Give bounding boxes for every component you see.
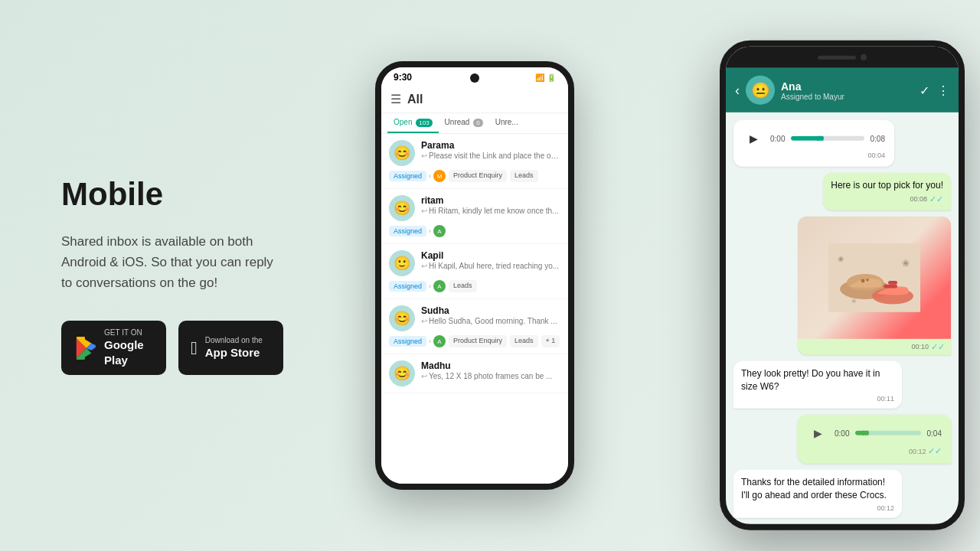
tag-product-enquiry: Product Enquiry xyxy=(449,170,507,182)
check-icon[interactable]: ✓ xyxy=(920,83,929,97)
audio-waveform[interactable] xyxy=(855,431,920,435)
app-store-text: Download on the App Store xyxy=(205,336,263,360)
conv-tags: Assigned › A Leads xyxy=(389,280,560,292)
tab-unread-badge: 0 xyxy=(473,119,482,127)
left-panel: Mobile Shared inbox is available on both… xyxy=(0,130,329,422)
app-store-small: Download on the xyxy=(205,336,263,345)
tab-unread[interactable]: Unread 0 xyxy=(439,113,489,133)
play-button[interactable]: ▶ xyxy=(807,422,828,444)
conv-content: Sudha ↩Hello Sudha, Good morning. Thank … xyxy=(421,305,560,325)
phone-camera xyxy=(861,54,867,60)
tag-product-enquiry: Product Enquiry xyxy=(449,335,507,347)
audio-message-sent: ▶ 0:00 0:04 00:12 ✓✓ xyxy=(798,415,951,464)
conv-content: Madhu ↩Yes, 12 X 18 photo frames can be … xyxy=(421,360,560,380)
svg-text:❀: ❀ xyxy=(838,255,844,263)
assign-indicator: Assigned › M xyxy=(389,170,446,182)
message-meta: 00:11 xyxy=(741,395,894,403)
svg-text:❀: ❀ xyxy=(851,297,857,305)
conv-content: ritam ↩Hi Ritam, kindly let me know once… xyxy=(421,195,560,215)
avatar: 😊 xyxy=(389,360,415,386)
product-image: ❀ ❀ ❀ xyxy=(828,240,920,316)
audio-waveform[interactable] xyxy=(791,136,864,141)
detail-header: ‹ 😐 Ana Assigned to Mayur ✓ ⋮ xyxy=(726,68,959,112)
list-item[interactable]: 🙂 Kapil ↩Hi Kapil, Abul here, tried reac… xyxy=(381,244,568,299)
phones-container: 9:30 📶 🔋 ☰ All Open 103 Unread 0 Unre... xyxy=(329,0,980,551)
tag-leads: Leads xyxy=(510,335,538,347)
audio-duration: 00:12 ✓✓ xyxy=(807,446,942,456)
conv-preview: ↩Please visit the Link and place the ord… xyxy=(421,152,560,160)
conv-preview: ↩Hi Ritam, kindly let me know once th... xyxy=(421,207,560,215)
contact-name: Ana xyxy=(781,80,913,92)
google-play-text: GET IT ON Google Play xyxy=(104,328,154,367)
tag-assigned: Assigned xyxy=(389,171,426,181)
contact-info: Ana Assigned to Mayur xyxy=(781,80,913,100)
svg-text:❀: ❀ xyxy=(902,258,910,269)
message-meta: 00:08 ✓✓ xyxy=(831,194,943,204)
text-message-received: Thanks for the detailed information! I'l… xyxy=(733,470,902,518)
avatar: 😊 xyxy=(389,195,415,221)
audio-controls: ▶ 0:00 0:08 xyxy=(743,128,885,149)
conv-content: Parama ↩Please visit the Link and place … xyxy=(421,140,560,160)
conv-preview: ↩Hi Kapil, Abul here, tried reaching yo.… xyxy=(421,262,560,270)
app-store-big: App Store xyxy=(205,345,263,360)
tab-open-label: Open xyxy=(394,118,412,126)
tab-open[interactable]: Open 103 xyxy=(387,113,439,133)
assign-indicator: Assigned › A xyxy=(389,335,446,347)
google-play-big: Google Play xyxy=(104,337,154,367)
hamburger-icon[interactable]: ☰ xyxy=(390,92,401,106)
avatar: 🙂 xyxy=(389,250,415,276)
audio-message-received: ▶ 0:00 0:08 00:04 xyxy=(733,120,894,167)
description-text: Shared inbox is available on both Androi… xyxy=(61,231,283,294)
google-play-icon xyxy=(74,337,96,360)
conv-content: Kapil ↩Hi Kapil, Abul here, tried reachi… xyxy=(421,250,560,270)
conv-preview: ↩Hello Sudha, Good morning. Thank ... xyxy=(421,317,560,325)
audio-time-start: 0:00 xyxy=(770,134,785,142)
phone-notch xyxy=(470,73,479,83)
audio-thumb xyxy=(816,136,824,141)
image-meta: 00:10 ✓✓ xyxy=(798,339,951,355)
conv-tags: Assigned › A xyxy=(389,225,560,237)
conv-tags: Assigned › M Product Enquiry Leads xyxy=(389,170,560,182)
phone-chat-list: 9:30 📶 🔋 ☰ All Open 103 Unread 0 Unre... xyxy=(375,61,574,490)
tab-other[interactable]: Unre... xyxy=(489,113,524,133)
contact-avatar: 😐 xyxy=(746,76,775,105)
tag-leads: Leads xyxy=(449,280,477,292)
svg-rect-7 xyxy=(888,281,897,285)
detail-actions: ✓ ⋮ xyxy=(920,83,949,97)
assign-indicator: Assigned › A xyxy=(389,225,446,237)
tab-unread-label: Unread xyxy=(445,118,470,126)
list-item[interactable]: 😊 Parama ↩Please visit the Link and plac… xyxy=(381,134,568,189)
play-button[interactable]: ▶ xyxy=(743,128,764,149)
list-item[interactable]: 😊 Madhu ↩Yes, 12 X 18 photo frames can b… xyxy=(381,354,568,393)
svg-point-4 xyxy=(866,279,869,282)
list-item[interactable]: 😊 ritam ↩Hi Ritam, kindly let me know on… xyxy=(381,189,568,244)
assignee-avatar: M xyxy=(433,170,446,182)
store-buttons: GET IT ON Google Play  Download on the … xyxy=(61,321,283,375)
conv-tags: Assigned › A Product Enquiry Leads + 1 xyxy=(389,335,560,347)
list-item[interactable]: 😊 Sudha ↩Hello Sudha, Good morning. Than… xyxy=(381,299,568,354)
tag-assigned: Assigned xyxy=(389,336,426,347)
tab-other-label: Unre... xyxy=(495,118,518,126)
back-button[interactable]: ‹ xyxy=(735,82,740,98)
message-text: They look pretty! Do you have it in size… xyxy=(741,367,894,393)
chat-messages: ▶ 0:00 0:08 00:04 Here is our top pick f… xyxy=(726,112,959,530)
image-time: 00:10 xyxy=(911,343,929,350)
all-label: All xyxy=(407,93,423,106)
assign-indicator: Assigned › A xyxy=(389,280,446,292)
status-time: 9:30 xyxy=(394,72,412,83)
assignee-avatar: A xyxy=(433,225,446,237)
conv-name: Sudha xyxy=(421,305,560,316)
text-message-received: They look pretty! Do you have it in size… xyxy=(733,361,902,409)
conv-name: ritam xyxy=(421,195,560,206)
phone-speaker xyxy=(818,55,856,59)
google-play-small: GET IT ON xyxy=(104,328,154,337)
svg-rect-6 xyxy=(884,285,897,289)
google-play-button[interactable]: GET IT ON Google Play xyxy=(61,321,166,375)
apple-icon:  xyxy=(191,337,198,359)
chat-header: ☰ All xyxy=(381,86,568,113)
conv-name: Parama xyxy=(421,140,560,151)
app-store-button[interactable]:  Download on the App Store xyxy=(178,321,283,375)
conv-name: Madhu xyxy=(421,360,560,371)
more-options-icon[interactable]: ⋮ xyxy=(937,83,949,97)
tag-assigned: Assigned xyxy=(389,281,426,292)
